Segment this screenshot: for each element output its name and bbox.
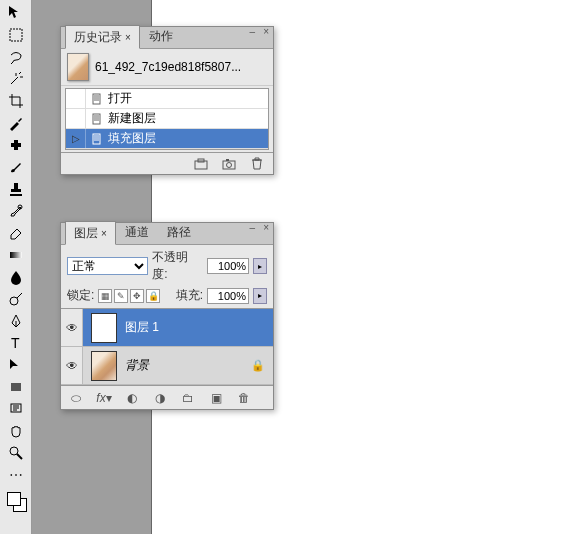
panel-close-icon[interactable]: × xyxy=(261,26,271,37)
more-tools[interactable]: ⋯ xyxy=(5,465,27,485)
panel-close-icon[interactable]: × xyxy=(261,222,271,233)
adjustment-icon[interactable]: ◑ xyxy=(151,390,169,406)
wand-tool[interactable] xyxy=(5,69,27,89)
tab-paths[interactable]: 路径 xyxy=(158,220,200,244)
path-select-tool[interactable] xyxy=(5,355,27,375)
document-icon xyxy=(90,113,104,125)
tab-layers[interactable]: 图层× xyxy=(65,221,116,245)
history-steps: 打开 新建图层 ▷ 填充图层 xyxy=(65,88,269,150)
history-brush-tool[interactable] xyxy=(5,201,27,221)
history-step-label: 打开 xyxy=(108,90,132,107)
move-tool[interactable] xyxy=(5,3,27,23)
eye-icon: 👁 xyxy=(66,321,78,335)
blend-mode-select[interactable]: 正常 xyxy=(67,257,148,275)
svg-point-5 xyxy=(10,297,18,305)
marquee-tool[interactable] xyxy=(5,25,27,45)
svg-rect-17 xyxy=(226,159,229,161)
document-icon xyxy=(90,93,104,105)
history-document-row[interactable]: 61_492_7c19ed818f5807... xyxy=(61,49,273,86)
fill-input[interactable] xyxy=(207,288,249,304)
lock-label: 锁定: xyxy=(67,287,94,304)
layers-footer: ⬭ fx▾ ◐ ◑ 🗀 ▣ 🗑 xyxy=(61,385,273,409)
blur-tool[interactable] xyxy=(5,267,27,287)
heal-tool[interactable] xyxy=(5,135,27,155)
mask-icon[interactable]: ◐ xyxy=(123,390,141,406)
svg-rect-7 xyxy=(11,383,21,391)
rectangle-tool[interactable] xyxy=(5,377,27,397)
eye-icon: 👁 xyxy=(66,359,78,373)
gradient-tool[interactable] xyxy=(5,245,27,265)
crop-tool[interactable] xyxy=(5,91,27,111)
visibility-toggle[interactable]: 👁 xyxy=(61,309,83,346)
layers-panel: – × 图层× 通道 路径 正常 不透明度: ▸ 锁定: ▦ ✎ ✥ 🔒 填充: xyxy=(60,222,274,410)
svg-rect-4 xyxy=(10,252,22,258)
history-step-label: 新建图层 xyxy=(108,110,156,127)
history-panel: – × 历史记录× 动作 61_492_7c19ed818f5807... 打开… xyxy=(60,26,274,175)
new-snapshot-icon[interactable] xyxy=(193,157,209,171)
foreground-swatch[interactable] xyxy=(7,492,21,506)
layer-thumbnail[interactable] xyxy=(91,313,117,343)
fx-icon[interactable]: fx▾ xyxy=(95,390,113,406)
lock-all-icon[interactable]: 🔒 xyxy=(146,289,160,303)
hand-tool[interactable] xyxy=(5,421,27,441)
svg-point-16 xyxy=(227,162,232,167)
svg-rect-0 xyxy=(10,29,22,41)
panel-minimize-icon[interactable]: – xyxy=(248,26,258,37)
layer-row[interactable]: 👁 图层 1 xyxy=(61,309,273,347)
tab-history[interactable]: 历史记录× xyxy=(65,25,140,49)
link-layers-icon[interactable]: ⬭ xyxy=(67,390,85,406)
lock-pixels-icon[interactable]: ✎ xyxy=(114,289,128,303)
document-thumbnail xyxy=(67,53,89,81)
lock-transparency-icon[interactable]: ▦ xyxy=(98,289,112,303)
history-step-label: 填充图层 xyxy=(108,130,156,147)
layers-tabbar: 图层× 通道 路径 xyxy=(61,223,273,245)
tab-actions[interactable]: 动作 xyxy=(140,24,182,48)
dodge-tool[interactable] xyxy=(5,289,27,309)
type-tool[interactable]: T xyxy=(5,333,27,353)
history-step[interactable]: 新建图层 xyxy=(66,109,268,129)
zoom-tool[interactable] xyxy=(5,443,27,463)
new-layer-icon[interactable]: ▣ xyxy=(207,390,225,406)
close-icon[interactable]: × xyxy=(125,32,131,43)
layer-thumbnail[interactable] xyxy=(91,351,117,381)
history-tabbar: 历史记录× 动作 xyxy=(61,27,273,49)
svg-point-9 xyxy=(10,447,18,455)
camera-icon[interactable] xyxy=(221,157,237,171)
play-icon: ▷ xyxy=(72,133,80,144)
fill-slider-button[interactable]: ▸ xyxy=(253,288,267,304)
fill-label: 填充: xyxy=(176,287,203,304)
opacity-input[interactable] xyxy=(207,258,249,274)
document-name: 61_492_7c19ed818f5807... xyxy=(95,60,241,74)
eyedropper-tool[interactable] xyxy=(5,113,27,133)
group-icon[interactable]: 🗀 xyxy=(179,390,197,406)
layer-row[interactable]: 👁 背景 🔒 xyxy=(61,347,273,385)
visibility-toggle[interactable]: 👁 xyxy=(61,347,83,384)
trash-icon[interactable]: 🗑 xyxy=(235,390,253,406)
document-icon xyxy=(90,133,104,145)
lasso-tool[interactable] xyxy=(5,47,27,67)
tab-channels[interactable]: 通道 xyxy=(116,220,158,244)
notes-tool[interactable] xyxy=(5,399,27,419)
history-step[interactable]: 打开 xyxy=(66,89,268,109)
tools-toolbar: T ⋯ xyxy=(0,0,32,534)
brush-tool[interactable] xyxy=(5,157,27,177)
pen-tool[interactable] xyxy=(5,311,27,331)
trash-icon[interactable] xyxy=(249,157,265,171)
layer-list: 👁 图层 1 👁 背景 🔒 xyxy=(61,309,273,385)
close-icon[interactable]: × xyxy=(101,228,107,239)
eraser-tool[interactable] xyxy=(5,223,27,243)
panel-minimize-icon[interactable]: – xyxy=(248,222,258,233)
svg-rect-2 xyxy=(14,140,18,150)
lock-position-icon[interactable]: ✥ xyxy=(130,289,144,303)
opacity-slider-button[interactable]: ▸ xyxy=(253,258,267,274)
svg-text:T: T xyxy=(11,335,20,351)
lock-icon: 🔒 xyxy=(251,359,265,372)
opacity-label: 不透明度: xyxy=(152,249,203,283)
stamp-tool[interactable] xyxy=(5,179,27,199)
layer-name[interactable]: 背景 xyxy=(125,357,251,374)
layer-name[interactable]: 图层 1 xyxy=(125,319,273,336)
color-swatches[interactable] xyxy=(5,490,27,514)
history-step[interactable]: ▷ 填充图层 xyxy=(66,129,268,149)
